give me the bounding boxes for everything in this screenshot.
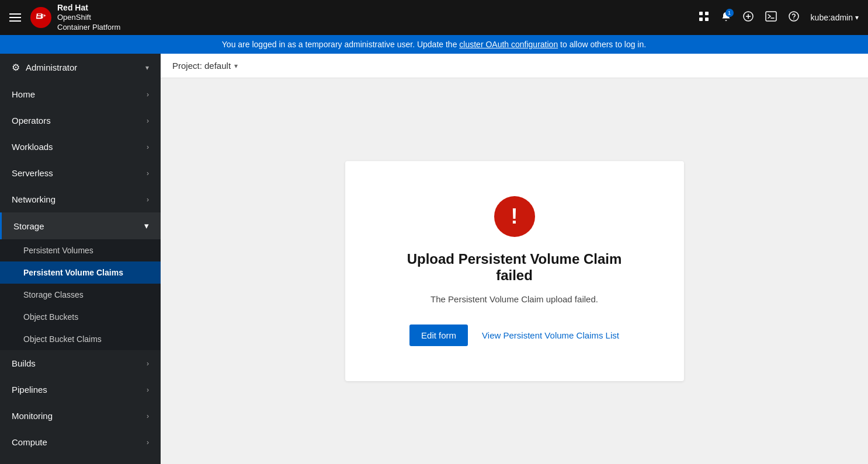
svg-rect-4 xyxy=(705,18,709,21)
sidebar-item-workloads[interactable]: Workloads › xyxy=(0,134,161,160)
svg-rect-1 xyxy=(699,12,703,15)
sidebar-item-storage[interactable]: Storage ▾ xyxy=(0,212,161,239)
sidebar-item-persistent-volume-claims[interactable]: Persistent Volume Claims xyxy=(0,261,161,284)
home-chevron-icon: › xyxy=(147,90,149,99)
apps-icon[interactable] xyxy=(699,11,709,25)
serverless-chevron-icon: › xyxy=(147,169,149,177)
top-navigation: Red Hat OpenShift Container Platform 1 xyxy=(0,0,868,35)
svg-rect-3 xyxy=(699,18,703,21)
monitoring-chevron-icon: › xyxy=(147,412,149,420)
view-list-link[interactable]: View Persistent Volume Claims List xyxy=(482,330,619,340)
project-caret-icon: ▾ xyxy=(234,62,238,70)
sidebar-item-object-buckets[interactable]: Object Buckets xyxy=(0,306,161,328)
sidebar-item-operators[interactable]: Operators › xyxy=(0,107,161,134)
svg-rect-2 xyxy=(705,12,709,15)
oauth-config-link[interactable]: cluster OAuth configuration xyxy=(459,40,558,49)
sidebar-item-builds[interactable]: Builds › xyxy=(0,350,161,376)
admin-icon: ⚙ xyxy=(12,62,20,73)
builds-chevron-icon: › xyxy=(147,360,149,368)
sidebar-item-serverless[interactable]: Serverless › xyxy=(0,160,161,186)
user-caret-icon: ▾ xyxy=(855,13,859,22)
content-main: ! Upload Persistent Volume Claim failed … xyxy=(161,78,868,464)
help-icon[interactable] xyxy=(789,11,799,25)
role-chevron-icon: ▾ xyxy=(145,64,149,72)
pipelines-chevron-icon: › xyxy=(147,386,149,394)
notification-badge: 1 xyxy=(725,9,734,17)
error-message: The Persistent Volume Claim upload faile… xyxy=(430,293,598,306)
sidebar-item-pipelines[interactable]: Pipelines › xyxy=(0,376,161,403)
operators-chevron-icon: › xyxy=(147,117,149,125)
error-title: Upload Persistent Volume Claim failed xyxy=(392,251,637,284)
brand-name: Red Hat OpenShift Container Platform xyxy=(57,2,120,33)
sidebar-item-home[interactable]: Home › xyxy=(0,81,161,107)
svg-point-7 xyxy=(789,12,798,21)
redhat-logo-icon xyxy=(30,7,51,28)
sidebar-item-object-bucket-claims[interactable]: Object Bucket Claims xyxy=(0,328,161,350)
error-actions: Edit form View Persistent Volume Claims … xyxy=(409,325,619,346)
sidebar-item-persistent-volumes[interactable]: Persistent Volumes xyxy=(0,239,161,261)
notifications-icon[interactable]: 1 xyxy=(721,11,731,25)
sidebar-item-networking[interactable]: Networking › xyxy=(0,186,161,212)
error-icon-circle: ! xyxy=(494,196,535,237)
storage-submenu: Persistent Volumes Persistent Volume Cla… xyxy=(0,239,161,350)
sidebar-item-monitoring[interactable]: Monitoring › xyxy=(0,403,161,429)
sidebar-item-storage-classes[interactable]: Storage Classes xyxy=(0,284,161,306)
add-icon[interactable] xyxy=(743,11,754,25)
storage-chevron-icon: ▾ xyxy=(144,221,149,231)
error-card: ! Upload Persistent Volume Claim failed … xyxy=(345,161,684,382)
sidebar: ⚙ Administrator ▾ Home › Operators › Wor… xyxy=(0,54,161,464)
brand-logo: Red Hat OpenShift Container Platform xyxy=(30,2,120,33)
sidebar-item-compute[interactable]: Compute › xyxy=(0,429,161,455)
admin-banner: You are logged in as a temporary adminis… xyxy=(0,35,868,54)
exclamation-icon: ! xyxy=(511,206,518,227)
compute-chevron-icon: › xyxy=(147,438,149,446)
project-selector[interactable]: Project: default ▾ xyxy=(172,61,238,71)
content-area: Project: default ▾ ! Upload Persistent V… xyxy=(161,54,868,464)
role-selector[interactable]: ⚙ Administrator ▾ xyxy=(0,54,161,81)
workloads-chevron-icon: › xyxy=(147,143,149,151)
hamburger-menu[interactable] xyxy=(9,13,21,22)
user-menu[interactable]: kube:admin ▾ xyxy=(811,13,859,22)
svg-point-8 xyxy=(793,18,794,19)
networking-chevron-icon: › xyxy=(147,196,149,204)
project-bar: Project: default ▾ xyxy=(161,54,868,78)
terminal-icon[interactable] xyxy=(765,11,777,25)
edit-form-button[interactable]: Edit form xyxy=(409,325,468,346)
